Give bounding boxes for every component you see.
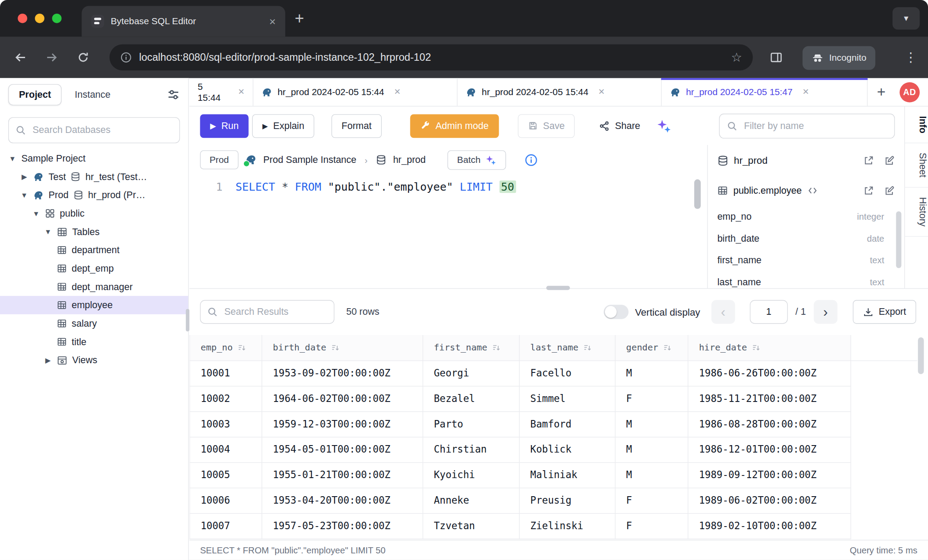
column-header[interactable]: first_name [423,335,519,361]
tree-item-table-salary[interactable]: salary [0,314,188,333]
search-databases-input[interactable] [31,124,173,136]
close-icon[interactable]: × [394,86,401,98]
next-page-button[interactable]: › [814,300,837,324]
chevron-down-icon[interactable]: ▼ [8,154,17,162]
save-button[interactable]: Save [518,114,575,138]
code-icon[interactable] [807,185,818,196]
editor-tab-1[interactable]: 5 15:44 × [189,78,253,106]
table-cell[interactable]: Bezalel [423,386,519,412]
table-cell[interactable]: Anneke [423,488,519,513]
vertical-display-toggle[interactable] [604,305,628,319]
editor-tab-4-active[interactable]: hr_prod 2024-02-05 15:47 × [662,78,868,106]
table-cell[interactable]: 10004 [190,437,262,462]
table-cell[interactable]: M [615,462,688,488]
browser-tab[interactable]: Bytebase SQL Editor × [82,6,285,37]
environment-chip[interactable]: Prod [200,150,238,169]
table-cell[interactable]: 10003 [190,411,262,437]
table-cell[interactable]: 10007 [190,513,262,539]
filter-by-name[interactable] [719,113,895,138]
forward-icon[interactable] [45,51,58,64]
admin-mode-button[interactable]: Admin mode [410,114,498,138]
table-cell[interactable]: Bamford [519,411,615,437]
table-cell[interactable]: 1964-06-02T00:00:00Z [262,386,423,412]
table-cell[interactable]: 1985-11-21T00:00:00Z [688,386,851,412]
tree-item-project[interactable]: ▼ Sample Project [0,149,188,168]
tab-project[interactable]: Project [8,84,62,105]
schema-panel-scrollbar[interactable] [896,211,901,268]
tree-item-schema-public[interactable]: ▼ public [0,204,188,223]
site-info-icon[interactable] [120,52,132,63]
prev-page-button[interactable]: ‹ [711,300,735,324]
chevron-down-icon[interactable]: ▼ [32,209,41,217]
editor-tab-3[interactable]: hr_prod 2024-02-05 15:44 × [457,78,662,106]
chevron-down-icon[interactable]: ▼ [20,191,29,199]
tab-search-button[interactable]: ▾ [892,7,920,29]
table-cell[interactable]: M [615,411,688,437]
new-query-tab-button[interactable]: + [868,78,895,106]
column-header[interactable]: last_name [519,335,615,361]
table-cell[interactable]: Kyoichi [423,462,519,488]
close-icon[interactable]: × [269,16,276,27]
table-cell[interactable]: Facello [519,361,615,386]
minimize-window-button[interactable] [35,14,44,23]
tab-sheet[interactable]: Sheet [905,144,928,188]
tree-item-test-instance[interactable]: ▶ Test hr_test (Test… [0,167,188,186]
tree-item-views-group[interactable]: ▶ Views [0,351,188,369]
tab-info[interactable]: Info [905,107,928,144]
export-button[interactable]: Export [853,300,916,324]
run-button[interactable]: ▶ Run [200,114,249,138]
edit-icon[interactable] [884,155,895,166]
column-header[interactable]: hire_date [688,335,851,361]
tab-instance[interactable]: Instance [65,85,120,105]
table-cell[interactable]: Tzvetan [423,513,519,539]
table-cell[interactable]: 1989-09-12T00:00:00Z [688,462,851,488]
sql-editor[interactable]: 1 SELECT * FROM "public"."employee" LIMI… [189,175,707,193]
reload-icon[interactable] [77,51,89,63]
close-window-button[interactable] [18,14,27,23]
sort-icon[interactable] [752,343,761,352]
database-name[interactable]: hr_prod [393,155,426,165]
format-button[interactable]: Format [331,114,382,138]
edit-icon[interactable] [884,185,895,196]
vertical-resize-handle[interactable] [186,309,189,332]
table-cell[interactable]: 10002 [190,386,262,412]
close-icon[interactable]: × [238,86,244,98]
tree-item-table-employee[interactable]: employee [0,296,188,314]
share-button[interactable]: Share [589,114,650,138]
editor-scrollbar[interactable] [694,179,701,209]
search-results-input[interactable] [223,306,328,318]
table-cell[interactable]: Maliniak [519,462,615,488]
explain-button[interactable]: ▶ Explain [252,114,314,138]
table-cell[interactable]: 1957-05-23T00:00:00Z [262,513,423,539]
close-icon[interactable]: × [598,86,604,98]
table-cell[interactable]: 1989-06-02T00:00:00Z [688,488,851,513]
column-header[interactable]: gender [615,335,688,361]
table-cell[interactable]: 1959-12-03T00:00:00Z [262,411,423,437]
sort-icon[interactable] [237,343,246,352]
tree-item-tables-group[interactable]: ▼ Tables [0,222,188,241]
maximize-window-button[interactable] [52,14,62,23]
table-cell[interactable]: 1955-01-21T00:00:00Z [262,462,423,488]
column-row[interactable]: emp_no integer [708,206,904,228]
table-cell[interactable]: M [615,437,688,462]
table-cell[interactable]: 10006 [190,488,262,513]
chevron-right-icon[interactable]: ▶ [20,173,29,181]
table-cell[interactable]: Preusig [519,488,615,513]
external-link-icon[interactable] [863,185,874,196]
table-cell[interactable]: F [615,488,688,513]
browser-menu-icon[interactable]: ⋮ [904,50,917,65]
close-icon[interactable]: × [803,86,809,98]
column-header[interactable]: emp_no [190,335,262,361]
tree-item-table-dept-manager[interactable]: dept_manager [0,278,188,296]
table-cell[interactable]: M [615,361,688,386]
horizontal-resize-handle[interactable] [546,286,570,290]
side-panel-icon[interactable] [770,51,783,64]
table-cell[interactable]: Georgi [423,361,519,386]
column-header[interactable]: birth_date [262,335,423,361]
results-search[interactable] [200,300,334,324]
tree-item-prod-instance[interactable]: ▼ Prod hr_prod (Pr… [0,186,188,204]
editor-tab-2[interactable]: hr_prod 2024-02-05 15:44 × [253,78,457,106]
table-cell[interactable]: F [615,386,688,412]
external-link-icon[interactable] [863,155,874,166]
table-cell[interactable]: 1986-06-26T00:00:00Z [688,361,851,386]
